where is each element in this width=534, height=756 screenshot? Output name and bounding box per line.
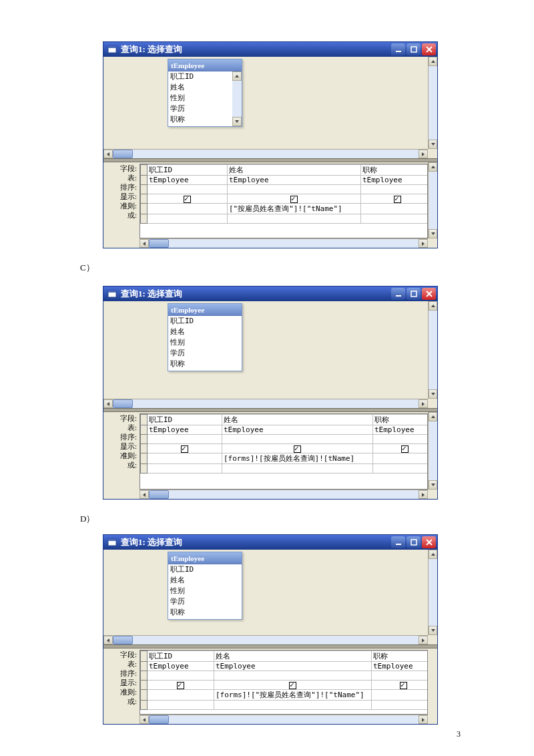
cell-table[interactable]: tEmployee [373, 425, 429, 435]
cell-criteria[interactable] [148, 204, 228, 214]
scroll-left-icon[interactable] [103, 399, 113, 408]
cell-sort[interactable] [148, 185, 228, 194]
scroll-down-icon[interactable] [232, 117, 242, 126]
scroll-right-icon[interactable] [419, 715, 428, 724]
scroll-thumb[interactable] [113, 150, 133, 158]
design-grid[interactable]: 职工ID姓名职称 tEmployeetEmployeetEmployee [fo… [140, 413, 428, 490]
cell-field[interactable]: 职称 [372, 651, 429, 662]
cell-sort[interactable] [373, 435, 429, 444]
show-checkbox[interactable] [400, 682, 407, 689]
show-checkbox[interactable] [289, 682, 296, 689]
maximize-button[interactable] [407, 536, 421, 548]
cell-criteria[interactable] [148, 453, 222, 464]
cell-field[interactable]: 姓名 [214, 651, 372, 662]
cell-or[interactable] [228, 214, 361, 224]
cell-table[interactable]: tEmployee [148, 425, 222, 435]
cell-sort[interactable] [148, 435, 222, 444]
field-item[interactable]: 职工ID [168, 564, 242, 575]
grid-hscroll[interactable] [140, 715, 428, 724]
cell-field[interactable]: 职工ID [148, 165, 228, 176]
cell-show[interactable] [148, 681, 214, 690]
cell-table[interactable]: tEmployee [148, 176, 228, 185]
show-checkbox[interactable] [181, 445, 188, 453]
cell-table[interactable]: tEmployee [222, 425, 373, 435]
show-checkbox[interactable] [401, 445, 409, 453]
cell-or[interactable] [148, 464, 222, 474]
scroll-left-icon[interactable] [103, 636, 113, 644]
cell-or[interactable] [214, 701, 372, 710]
minimize-button[interactable] [391, 288, 405, 300]
field-item[interactable]: 学历 [168, 596, 242, 607]
grid-hscroll[interactable] [140, 490, 428, 499]
cell-table[interactable]: tEmployee [214, 662, 372, 671]
scroll-right-icon[interactable] [419, 636, 428, 644]
cell-table[interactable]: tEmployee [148, 662, 214, 671]
cell-table[interactable]: tEmployee [361, 176, 429, 185]
table-employee[interactable]: tEmployee 职工ID 姓名 性别 学历 职称 [168, 552, 242, 620]
field-item[interactable]: 姓名 [168, 327, 242, 337]
cell-or[interactable] [148, 214, 228, 224]
cell-show[interactable] [148, 194, 228, 204]
field-item[interactable]: 职称 [168, 114, 242, 125]
cell-sort[interactable] [214, 671, 372, 681]
maximize-button[interactable] [407, 288, 421, 300]
cell-table[interactable]: tEmployee [372, 662, 429, 671]
upper-vscroll[interactable] [428, 57, 437, 149]
cell-show[interactable] [148, 444, 222, 453]
maximize-button[interactable] [407, 43, 421, 55]
close-button[interactable] [422, 288, 436, 300]
scroll-down-icon[interactable] [429, 626, 437, 635]
cell-criteria[interactable] [361, 204, 429, 214]
scroll-thumb[interactable] [113, 636, 133, 644]
upper-hscroll[interactable] [103, 635, 428, 644]
show-checkbox[interactable] [294, 445, 301, 453]
show-checkbox[interactable] [394, 196, 401, 203]
scroll-up-icon[interactable] [429, 412, 437, 421]
cell-criteria[interactable] [373, 453, 429, 464]
cell-sort[interactable] [228, 185, 361, 194]
cell-show[interactable] [373, 444, 429, 453]
scroll-right-icon[interactable] [419, 239, 428, 248]
field-item[interactable]: 学历 [168, 348, 242, 359]
upper-hscroll[interactable] [103, 149, 428, 158]
upper-vscroll[interactable] [428, 550, 437, 635]
cell-or[interactable] [361, 214, 429, 224]
scroll-left-icon[interactable] [140, 715, 149, 724]
scroll-thumb[interactable] [149, 715, 169, 724]
field-item[interactable]: 学历 [168, 104, 242, 114]
cell-criteria[interactable]: [forms]![按雇员姓名查询]![tName] [222, 453, 373, 464]
field-item[interactable]: 性别 [168, 337, 242, 348]
cell-show[interactable] [228, 194, 361, 204]
cell-criteria[interactable] [372, 690, 429, 701]
titlebar[interactable]: 查询1: 选择查询 [103, 42, 437, 57]
grid-vscroll[interactable] [428, 412, 437, 490]
scroll-down-icon[interactable] [429, 389, 437, 399]
cell-field[interactable]: 姓名 [228, 165, 361, 176]
cell-criteria[interactable]: ["按雇员姓名查询"]!["tName"] [228, 204, 361, 214]
field-item[interactable]: 姓名 [168, 575, 242, 586]
design-grid[interactable]: 职工ID姓名职称 tEmployeetEmployeetEmployee [fo… [140, 650, 428, 715]
cell-show[interactable] [372, 681, 429, 690]
fieldlist-scrollbar[interactable] [232, 71, 242, 126]
cell-field[interactable]: 姓名 [222, 415, 373, 425]
cell-show[interactable] [222, 444, 373, 453]
cell-or[interactable] [373, 464, 429, 474]
cell-show[interactable] [214, 681, 372, 690]
cell-field[interactable]: 职称 [361, 165, 429, 176]
scroll-left-icon[interactable] [140, 490, 149, 499]
table-employee[interactable]: tEmployee 职工ID 姓名 性别 学历 职称 [168, 59, 242, 127]
upper-vscroll[interactable] [428, 301, 437, 399]
cell-field[interactable]: 职工ID [148, 651, 214, 662]
minimize-button[interactable] [391, 43, 405, 55]
scroll-left-icon[interactable] [103, 150, 113, 158]
scroll-down-icon[interactable] [429, 229, 437, 238]
upper-hscroll[interactable] [103, 399, 428, 408]
scroll-right-icon[interactable] [419, 490, 428, 499]
scroll-thumb[interactable] [149, 490, 169, 499]
field-item[interactable]: 职工ID [168, 316, 242, 327]
design-grid[interactable]: 职工ID姓名职称 tEmployeetEmployeetEmployee ["按… [140, 164, 428, 238]
cell-or[interactable] [148, 701, 214, 710]
scroll-up-icon[interactable] [429, 550, 437, 559]
cell-or[interactable] [222, 464, 373, 474]
grid-vscroll[interactable] [428, 162, 437, 238]
